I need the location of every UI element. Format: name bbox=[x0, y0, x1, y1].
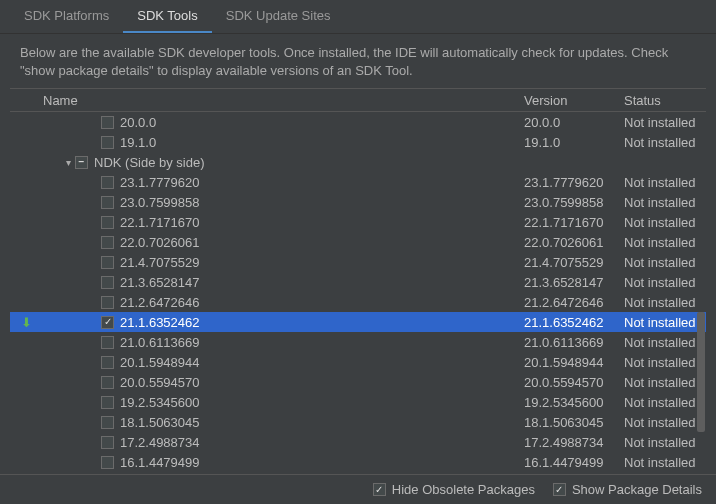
row-version: 23.0.7599858 bbox=[516, 192, 616, 212]
row-version: 20.0.0 bbox=[516, 112, 616, 132]
row-version: 18.1.5063045 bbox=[516, 412, 616, 432]
table-row[interactable]: 23.1.777962023.1.7779620Not installed bbox=[10, 172, 706, 192]
row-status: Not installed bbox=[616, 272, 706, 292]
row-version: 21.2.6472646 bbox=[516, 292, 616, 312]
column-header-version[interactable]: Version bbox=[516, 89, 616, 111]
hide-obsolete-option[interactable]: Hide Obsolete Packages bbox=[373, 482, 535, 497]
table-row[interactable]: 22.0.702606122.0.7026061Not installed bbox=[10, 232, 706, 252]
show-package-details-checkbox[interactable] bbox=[553, 483, 566, 496]
tab-sdk-tools[interactable]: SDK Tools bbox=[123, 0, 211, 33]
row-name-label: 21.2.6472646 bbox=[120, 295, 200, 310]
row-name-label: 20.1.5948944 bbox=[120, 355, 200, 370]
row-version: 22.0.7026061 bbox=[516, 232, 616, 252]
row-checkbox[interactable] bbox=[101, 396, 114, 409]
row-name-label: 18.1.5063045 bbox=[120, 415, 200, 430]
row-checkbox[interactable] bbox=[101, 196, 114, 209]
tab-sdk-update-sites[interactable]: SDK Update Sites bbox=[212, 0, 345, 33]
row-version: 21.4.7075529 bbox=[516, 252, 616, 272]
row-name-label: 19.1.0 bbox=[120, 135, 156, 150]
row-version: 21.0.6113669 bbox=[516, 332, 616, 352]
download-icon: ⬇ bbox=[10, 315, 43, 330]
sdk-table: Name Version Status 20.0.020.0.0Not inst… bbox=[10, 88, 706, 472]
row-checkbox[interactable] bbox=[101, 256, 114, 269]
column-header-name[interactable]: Name bbox=[43, 89, 516, 111]
row-checkbox[interactable] bbox=[101, 416, 114, 429]
row-version: 19.1.0 bbox=[516, 132, 616, 152]
row-status: Not installed bbox=[616, 292, 706, 312]
row-name-label: 23.1.7779620 bbox=[120, 175, 200, 190]
row-version: 22.1.7171670 bbox=[516, 212, 616, 232]
row-version: 21.1.6352462 bbox=[516, 312, 616, 332]
row-checkbox[interactable] bbox=[101, 376, 114, 389]
table-row[interactable]: ⬇21.1.635246221.1.6352462Not installed bbox=[10, 312, 706, 332]
row-version: 17.2.4988734 bbox=[516, 432, 616, 452]
row-name-label: 16.1.4479499 bbox=[120, 455, 200, 470]
table-row[interactable]: 21.0.611366921.0.6113669Not installed bbox=[10, 332, 706, 352]
table-row[interactable]: 21.2.647264621.2.6472646Not installed bbox=[10, 292, 706, 312]
table-row[interactable]: 20.0.559457020.0.5594570Not installed bbox=[10, 372, 706, 392]
show-package-details-label: Show Package Details bbox=[572, 482, 702, 497]
row-status: Not installed bbox=[616, 112, 706, 132]
row-name-label: 23.0.7599858 bbox=[120, 195, 200, 210]
row-version: 21.3.6528147 bbox=[516, 272, 616, 292]
row-status: Not installed bbox=[616, 452, 706, 472]
table-row[interactable]: 17.2.498873417.2.4988734Not installed bbox=[10, 432, 706, 452]
row-status: Not installed bbox=[616, 372, 706, 392]
row-name-label: 21.0.6113669 bbox=[120, 335, 200, 350]
row-checkbox[interactable] bbox=[101, 236, 114, 249]
row-checkbox[interactable] bbox=[101, 216, 114, 229]
table-row[interactable]: 22.1.717167022.1.7171670Not installed bbox=[10, 212, 706, 232]
row-checkbox[interactable] bbox=[101, 316, 114, 329]
table-row[interactable]: 19.2.534560019.2.5345600Not installed bbox=[10, 392, 706, 412]
row-checkbox[interactable] bbox=[101, 336, 114, 349]
table-row[interactable]: 21.4.707552921.4.7075529Not installed bbox=[10, 252, 706, 272]
row-status: Not installed bbox=[616, 312, 706, 332]
row-version bbox=[516, 152, 616, 172]
row-status: Not installed bbox=[616, 192, 706, 212]
row-checkbox[interactable] bbox=[101, 116, 114, 129]
row-checkbox[interactable] bbox=[101, 176, 114, 189]
row-name-label: 20.0.5594570 bbox=[120, 375, 200, 390]
row-name-label: 21.1.6352462 bbox=[120, 315, 200, 330]
row-checkbox[interactable] bbox=[101, 276, 114, 289]
footer-bar: Hide Obsolete Packages Show Package Deta… bbox=[0, 474, 716, 504]
tabs-bar: SDK Platforms SDK Tools SDK Update Sites bbox=[0, 0, 716, 34]
row-version: 20.0.5594570 bbox=[516, 372, 616, 392]
table-row[interactable]: 19.1.019.1.0Not installed bbox=[10, 132, 706, 152]
row-version: 20.1.5948944 bbox=[516, 352, 616, 372]
scrollbar-thumb[interactable] bbox=[697, 312, 705, 432]
row-version: 16.1.4479499 bbox=[516, 452, 616, 472]
row-status: Not installed bbox=[616, 132, 706, 152]
row-checkbox[interactable] bbox=[101, 136, 114, 149]
row-version: 23.1.7779620 bbox=[516, 172, 616, 192]
show-package-details-option[interactable]: Show Package Details bbox=[553, 482, 702, 497]
table-row[interactable]: 18.1.506304518.1.5063045Not installed bbox=[10, 412, 706, 432]
table-row[interactable]: 20.0.020.0.0Not installed bbox=[10, 112, 706, 132]
row-name-label: 17.2.4988734 bbox=[120, 435, 200, 450]
table-row[interactable]: 21.3.652814721.3.6528147Not installed bbox=[10, 272, 706, 292]
chevron-down-icon[interactable]: ▾ bbox=[61, 157, 75, 168]
table-row[interactable]: 23.0.759985823.0.7599858Not installed bbox=[10, 192, 706, 212]
row-checkbox[interactable] bbox=[101, 296, 114, 309]
row-status: Not installed bbox=[616, 332, 706, 352]
row-status bbox=[616, 152, 706, 172]
row-checkbox[interactable] bbox=[101, 456, 114, 469]
row-checkbox[interactable] bbox=[101, 436, 114, 449]
table-row[interactable]: 16.1.447949916.1.4479499Not installed bbox=[10, 452, 706, 472]
table-body: 20.0.020.0.0Not installed19.1.019.1.0Not… bbox=[10, 112, 706, 472]
row-name-label: 20.0.0 bbox=[120, 115, 156, 130]
row-status: Not installed bbox=[616, 432, 706, 452]
row-name-label: 19.2.5345600 bbox=[120, 395, 200, 410]
hide-obsolete-label: Hide Obsolete Packages bbox=[392, 482, 535, 497]
row-checkbox[interactable] bbox=[75, 156, 88, 169]
tab-sdk-platforms[interactable]: SDK Platforms bbox=[10, 0, 123, 33]
table-row[interactable]: 20.1.594894420.1.5948944Not installed bbox=[10, 352, 706, 372]
row-name-label: 22.1.7171670 bbox=[120, 215, 200, 230]
hide-obsolete-checkbox[interactable] bbox=[373, 483, 386, 496]
tree-group-row[interactable]: ▾NDK (Side by side) bbox=[10, 152, 706, 172]
row-name-label: 21.3.6528147 bbox=[120, 275, 200, 290]
row-checkbox[interactable] bbox=[101, 356, 114, 369]
scrollbar[interactable] bbox=[696, 112, 706, 472]
row-version: 19.2.5345600 bbox=[516, 392, 616, 412]
column-header-status[interactable]: Status bbox=[616, 89, 706, 111]
